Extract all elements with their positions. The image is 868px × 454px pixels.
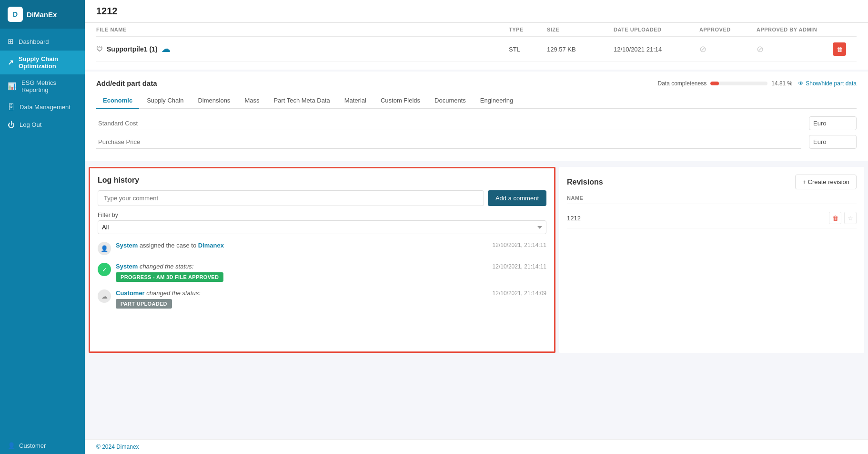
approved-admin-icon: ⊘ <box>757 44 764 54</box>
data-completeness: Data completeness 14.81 % <box>657 80 792 87</box>
revision-row: 1212 🗑 ☆ <box>567 208 857 228</box>
approved-cell: ⊘ <box>699 44 757 54</box>
sidebar: D DiManEx ⊞ Dashboard ↗ Supply Chain Opt… <box>0 0 85 454</box>
shield-icon: 🛡 <box>96 45 103 53</box>
revision-star-button[interactable]: ☆ <box>844 212 857 224</box>
completeness-label: Data completeness <box>657 80 707 87</box>
filter-label: Filter by <box>98 212 546 218</box>
revisions-title: Revisions <box>567 178 603 186</box>
standard-cost-field <box>96 117 801 130</box>
tab-material[interactable]: Material <box>338 93 373 109</box>
col-approved: APPROVED <box>699 27 757 32</box>
col-date-uploaded: DATE UPLOADED <box>614 27 699 32</box>
log-content-2: System changed the status: 12/10/2021, 2… <box>116 263 546 282</box>
show-hide-label: Show/hide part data <box>806 80 857 87</box>
sidebar-user[interactable]: 👤 Customer <box>0 437 85 454</box>
part-data-title: Add/edit part data <box>96 79 157 87</box>
sidebar-item-label: Log Out <box>20 121 41 128</box>
revisions-col-name: NAME <box>567 195 857 204</box>
sidebar-item-label: ESG Metrics Reporting <box>21 79 77 93</box>
sidebar-logo: D DiManEx <box>0 0 85 29</box>
tab-supply-chain[interactable]: Supply Chain <box>140 93 190 109</box>
eye-icon: 👁 <box>798 80 804 87</box>
col-size: SIZE <box>547 27 614 32</box>
log-timestamp-3: 12/10/2021, 21:14:09 <box>493 290 546 297</box>
filter-select[interactable]: All <box>98 220 546 234</box>
tab-custom-fields[interactable]: Custom Fields <box>374 93 427 109</box>
log-avatar-person: 👤 <box>98 242 111 255</box>
create-revision-button[interactable]: + Create revision <box>795 175 857 189</box>
log-actor-2: System <box>116 263 138 270</box>
log-timestamp-1: 12/10/2021, 21:14:11 <box>493 242 546 248</box>
tab-economic[interactable]: Economic <box>96 93 139 109</box>
approved-admin-cell: ⊘ <box>757 44 833 54</box>
revision-name: 1212 <box>567 215 581 222</box>
show-hide-part-data-button[interactable]: 👁 Show/hide part data <box>798 80 857 87</box>
tabs: Economic Supply Chain Dimensions Mass Pa… <box>96 93 857 109</box>
user-icon: 👤 <box>8 442 15 449</box>
log-actor-1: System <box>116 242 138 249</box>
log-action-2: changed the status: <box>140 263 193 270</box>
standard-cost-row: Euro USD <box>96 116 857 130</box>
cloud-upload-icon: ☁ <box>161 44 170 54</box>
dashboard-icon: ⊞ <box>8 37 14 46</box>
revision-delete-button[interactable]: 🗑 <box>829 212 841 224</box>
log-content-1: System assigned the case to Dimanex 12/1… <box>116 242 546 249</box>
sidebar-item-label: Supply Chain Optimization <box>19 55 77 70</box>
col-actions <box>833 27 857 32</box>
purchase-price-input[interactable] <box>96 135 801 149</box>
sidebar-item-supply-chain[interactable]: ↗ Supply Chain Optimization <box>0 51 85 74</box>
tab-part-tech[interactable]: Part Tech Meta Data <box>267 93 336 109</box>
sidebar-item-dashboard[interactable]: ⊞ Dashboard <box>0 32 85 51</box>
filter-row: Filter by All <box>98 212 546 234</box>
progress-bar <box>710 82 767 85</box>
main-content: 1212 FILE NAME TYPE SIZE DATE UPLOADED A… <box>85 0 868 454</box>
standard-cost-currency[interactable]: Euro USD <box>809 116 857 130</box>
file-table-header: FILE NAME TYPE SIZE DATE UPLOADED APPROV… <box>96 23 857 37</box>
log-action-1: assigned the case to <box>140 242 198 249</box>
col-approved-admin: APPROVED BY ADMIN <box>757 27 833 32</box>
completeness-pct: 14.81 % <box>771 80 792 87</box>
log-entry-3: ☁ Customer changed the status: 12/10/202… <box>98 288 546 309</box>
comment-input[interactable] <box>98 190 484 206</box>
add-comment-button[interactable]: Add a comment <box>488 190 546 206</box>
purchase-price-row: Euro USD <box>96 135 857 149</box>
purchase-price-field <box>96 135 801 149</box>
log-content-3: Customer changed the status: 12/10/2021,… <box>116 289 546 309</box>
tab-documents[interactable]: Documents <box>428 93 473 109</box>
log-timestamp-2: 12/10/2021, 21:14:11 <box>493 263 546 270</box>
file-name-cell: 🛡 Supportpile1 (1) ☁ <box>96 44 509 54</box>
sidebar-item-label: Dashboard <box>19 38 49 45</box>
tab-engineering[interactable]: Engineering <box>474 93 520 109</box>
col-type: TYPE <box>509 27 547 32</box>
table-row: 🛡 Supportpile1 (1) ☁ STL 129.57 KB 12/10… <box>96 37 857 62</box>
user-label: Customer <box>19 442 46 449</box>
bottom-section: Log history Add a comment Filter by All … <box>85 163 868 439</box>
log-text-1: System assigned the case to Dimanex <box>116 242 224 249</box>
esg-icon: 📊 <box>8 82 17 91</box>
revisions-header: Revisions + Create revision <box>567 175 857 189</box>
sidebar-nav: ⊞ Dashboard ↗ Supply Chain Optimization … <box>0 29 85 437</box>
logo-text: DiManEx <box>27 10 57 19</box>
status-badge-green: PROGRESS - AM 3D FILE APPROVED <box>116 272 223 282</box>
log-text-3: Customer changed the status: <box>116 289 201 297</box>
delete-file-button[interactable]: 🗑 <box>833 42 846 56</box>
footer-text: © 2024 Dimanex <box>96 444 139 450</box>
purchase-price-currency[interactable]: Euro USD <box>809 135 857 149</box>
sidebar-item-data-management[interactable]: 🗄 Data Management <box>0 98 85 116</box>
revisions-panel: Revisions + Create revision NAME 1212 🗑 … <box>559 167 864 353</box>
tab-dimensions[interactable]: Dimensions <box>191 93 237 109</box>
log-history-title: Log history <box>98 176 546 185</box>
log-history-panel: Log history Add a comment Filter by All … <box>89 167 555 353</box>
supply-chain-icon: ↗ <box>8 58 14 67</box>
log-action-3: changed the status: <box>146 289 200 297</box>
sidebar-item-logout[interactable]: ⏻ Log Out <box>0 116 85 134</box>
sidebar-item-esg[interactable]: 📊 ESG Metrics Reporting <box>0 74 85 98</box>
page-title: 1212 <box>96 6 857 17</box>
file-date-uploaded: 12/10/2021 21:14 <box>614 46 699 53</box>
standard-cost-input[interactable] <box>96 117 801 130</box>
log-entry-2: ✓ System changed the status: 12/10/2021,… <box>98 261 546 282</box>
file-name: Supportpile1 (1) <box>107 45 158 53</box>
tab-mass[interactable]: Mass <box>238 93 266 109</box>
log-text-2: System changed the status: <box>116 263 193 270</box>
